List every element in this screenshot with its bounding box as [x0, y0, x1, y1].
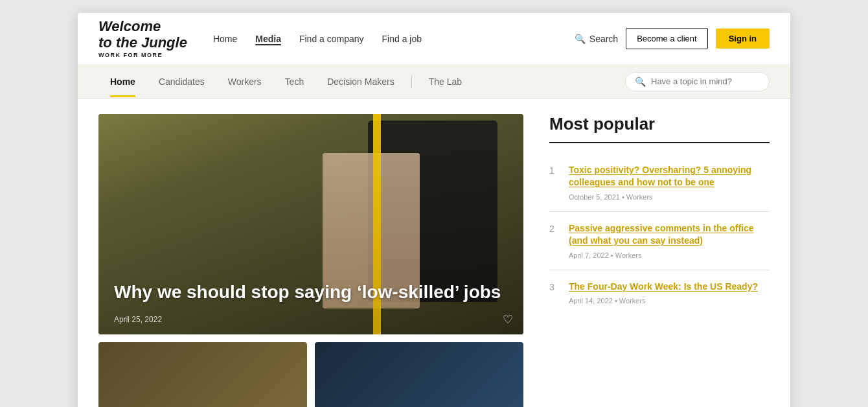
- thumb-right[interactable]: [315, 342, 523, 407]
- main-content: Why we should stop saying ‘low-skilled’ …: [78, 99, 790, 407]
- popular-meta-2: April 7, 2022 • Workers: [569, 251, 770, 259]
- hero-text: Why we should stop saying ‘low-skilled’ …: [114, 281, 508, 303]
- popular-item-title-2: Passive aggressive comments in the offic…: [569, 222, 770, 248]
- hero-section: Why we should stop saying ‘low-skilled’ …: [98, 114, 523, 407]
- thumb-left[interactable]: [98, 342, 307, 407]
- popular-num-3: 3: [549, 282, 560, 305]
- search-icon: 🔍: [575, 34, 586, 44]
- nav-find-company[interactable]: Find a company: [299, 34, 364, 44]
- nav-actions: 🔍 Search Become a client Sign in: [575, 28, 770, 49]
- subnav-home[interactable]: Home: [98, 66, 147, 97]
- subnav-the-lab[interactable]: The Lab: [417, 66, 474, 97]
- popular-content-1: Toxic positivity? Oversharing? 5 annoyin…: [569, 164, 770, 201]
- logo-sub: WORK FOR MORE: [98, 52, 163, 58]
- sidebar: Most popular 1 Toxic positivity? Oversha…: [549, 114, 770, 407]
- subnav-divider: [411, 75, 412, 88]
- popular-item-2[interactable]: 2 Passive aggressive comments in the off…: [549, 212, 770, 270]
- popular-num-1: 1: [549, 165, 560, 201]
- hero-card[interactable]: Why we should stop saying ‘low-skilled’ …: [98, 114, 523, 334]
- sub-nav: Home Candidates Workers Tech Decision Ma…: [78, 65, 790, 99]
- nav-home[interactable]: Home: [213, 34, 237, 44]
- top-nav: Welcometo the Jungle WORK FOR MORE Home …: [78, 13, 790, 65]
- search-button[interactable]: 🔍 Search: [575, 34, 618, 44]
- subnav-search-icon: 🔍: [635, 76, 646, 87]
- subnav-candidates[interactable]: Candidates: [147, 66, 216, 97]
- subnav-decision-makers[interactable]: Decision Makers: [315, 66, 405, 97]
- hero-like-button[interactable]: ♡: [503, 312, 513, 327]
- subnav-search[interactable]: 🔍: [625, 72, 770, 91]
- nav-media[interactable]: Media: [255, 34, 281, 44]
- logo[interactable]: Welcometo the Jungle WORK FOR MORE: [98, 19, 187, 58]
- subnav-search-input[interactable]: [651, 76, 760, 86]
- hero-title: Why we should stop saying ‘low-skilled’ …: [114, 281, 508, 303]
- popular-divider: [549, 142, 770, 143]
- sub-nav-links: Home Candidates Workers Tech Decision Ma…: [98, 66, 625, 97]
- popular-num-2: 2: [549, 224, 560, 259]
- nav-find-job[interactable]: Find a job: [382, 34, 422, 44]
- popular-content-3: The Four-Day Work Week: Is the US Ready?…: [569, 281, 770, 305]
- subnav-workers[interactable]: Workers: [216, 66, 273, 97]
- page-container: Welcometo the Jungle WORK FOR MORE Home …: [78, 13, 790, 407]
- hero-date: April 25, 2022: [114, 315, 162, 324]
- nav-links: Home Media Find a company Find a job: [213, 34, 575, 44]
- become-client-button[interactable]: Become a client: [626, 28, 708, 49]
- subnav-tech[interactable]: Tech: [273, 66, 316, 97]
- popular-item-3[interactable]: 3 The Four-Day Work Week: Is the US Read…: [549, 270, 770, 316]
- popular-title: Most popular: [549, 114, 770, 134]
- popular-meta-1: October 5, 2021 • Workers: [569, 193, 770, 201]
- popular-meta-3: April 14, 2022 • Workers: [569, 297, 770, 305]
- popular-content-2: Passive aggressive comments in the offic…: [569, 222, 770, 259]
- hero-thumb-row: [98, 342, 523, 407]
- sign-in-button[interactable]: Sign in: [716, 29, 770, 49]
- popular-item-title-3: The Four-Day Work Week: Is the US Ready?: [569, 281, 770, 294]
- popular-item-title-1: Toxic positivity? Oversharing? 5 annoyin…: [569, 164, 770, 189]
- popular-item-1[interactable]: 1 Toxic positivity? Oversharing? 5 annoy…: [549, 154, 770, 212]
- logo-main: Welcometo the Jungle: [98, 19, 187, 50]
